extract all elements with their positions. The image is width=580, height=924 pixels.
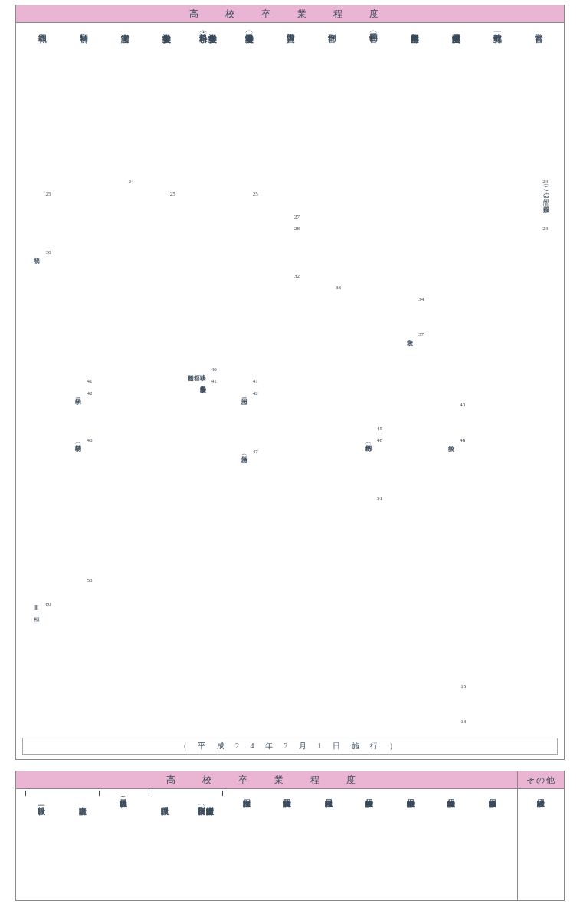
tick-label: 32: [294, 274, 300, 279]
bracket: [25, 791, 100, 796]
tick-label: 58: [87, 578, 93, 584]
bottom-col-title: 皇宮護衛官採用試験 （高卒程度試験）: [197, 801, 214, 896]
footer-bar: （ 平 成 2 4 年 2 月 1 日 施 行 ）: [22, 738, 558, 755]
tick-label: 33: [336, 285, 341, 291]
bottom-col: 刑務官採用試験: [226, 794, 267, 896]
tick-label: 40: [211, 367, 217, 373]
bottom-col-title: 入国警備官採用試験: [283, 794, 291, 896]
tick-label: 25: [170, 192, 175, 197]
bottom-col: 高卒者試験: [62, 794, 103, 896]
tick-label: 18: [460, 719, 466, 725]
bottom-col: 気象大学校学生採用試験: [472, 794, 513, 896]
bottom-col: 税務職員採用試験: [308, 794, 349, 896]
bottom-col-title: 気象大学校学生採用試験: [488, 794, 496, 896]
tick-label: 46: [377, 438, 382, 443]
tick-label: 47: [253, 449, 258, 455]
bottom-col-title: 海上保安学校学生採用試験: [447, 794, 455, 896]
tick-label: 27: [294, 215, 300, 220]
tick-label: 25: [45, 192, 51, 197]
bottom-col-title: 海上保安大学校学生採用試験: [406, 794, 415, 896]
bottom-col-title: 刑務官採用試験: [242, 794, 251, 896]
tick-label: 45: [377, 426, 382, 432]
bottom-col: 海上保安学校学生採用試験: [431, 794, 472, 896]
bottom-col: 一般職試験: [21, 794, 62, 896]
tick-label: 42: [87, 391, 93, 396]
tick-label: 37: [418, 332, 424, 337]
bottom-side-columns: 経験者採用試験: [518, 789, 564, 900]
tick-label: 43: [460, 403, 465, 408]
tick-label: 30: [45, 250, 51, 255]
bottom-col-title: 専門職試験: [160, 801, 169, 896]
bottom-col: 社会人試験（係員級）: [103, 794, 144, 896]
bottom-side-title: 経験者採用試験: [537, 794, 546, 896]
bracket: [149, 791, 223, 796]
note-label: （この間16回施行）: [542, 182, 549, 202]
tick-label: 51: [377, 496, 382, 501]
bottom-col: 専門職試験: [144, 794, 185, 896]
tick-label: 28: [542, 226, 548, 232]
bottom-col: 海上保安大学校学生採用試験: [390, 794, 431, 896]
bottom-col-title: 一般職試験: [37, 801, 45, 896]
bottom-main-columns: 気象大学校学生採用試験海上保安学校学生採用試験海上保安大学校学生採用試験航空保安…: [16, 789, 517, 900]
tick-label: 15: [460, 684, 466, 689]
bottom-header-main: 高 校 卒 業 程 度: [16, 771, 517, 789]
tick-label: 34: [418, 297, 424, 302]
tick-label: 42: [253, 391, 258, 396]
bottom-col-title: 税務職員採用試験: [324, 794, 333, 896]
bottom-side-col: 経験者採用試験: [523, 794, 559, 896]
bottom-col: 航空保安大学校学生採用試験: [349, 794, 390, 896]
bottom-col: 皇宮護衛官採用試験 （高卒程度試験）: [185, 794, 226, 896]
tick-label: 25: [253, 192, 258, 197]
note-label: Ⅲ種: [33, 604, 39, 611]
tick-label: 60: [45, 602, 51, 607]
tick-label: 41: [211, 379, 217, 384]
tick-label: 46: [460, 438, 465, 443]
tick-label: 41: [87, 379, 93, 384]
bottom-col-title: 高卒者試験: [78, 801, 87, 896]
tick-label: 28: [294, 226, 300, 232]
bottom-header-side: その他: [518, 771, 564, 789]
bottom-panel: 高 校 卒 業 程 度 気象大学校学生採用試験海上保安学校学生採用試験海上保安大…: [15, 771, 565, 901]
bottom-col-title: 社会人試験（係員級）: [119, 794, 127, 896]
tick-label: 41: [253, 379, 258, 384]
tick-label: 46: [87, 438, 93, 443]
top-header: 高 校 卒 業 程 度: [16, 5, 564, 23]
tick-label: 24: [129, 179, 134, 185]
bottom-col-title: 航空保安大学校学生採用試験: [365, 794, 373, 896]
bottom-col: 入国警備官採用試験: [267, 794, 308, 896]
timeline-columns: 警察官2428（この間16回施行）郵政一般職航空保安職員研修所学生1518434…: [16, 23, 564, 32]
top-panel: 高 校 卒 業 程 度 警察官2428（この間16回施行）郵政一般職航空保安職員…: [15, 5, 565, 760]
